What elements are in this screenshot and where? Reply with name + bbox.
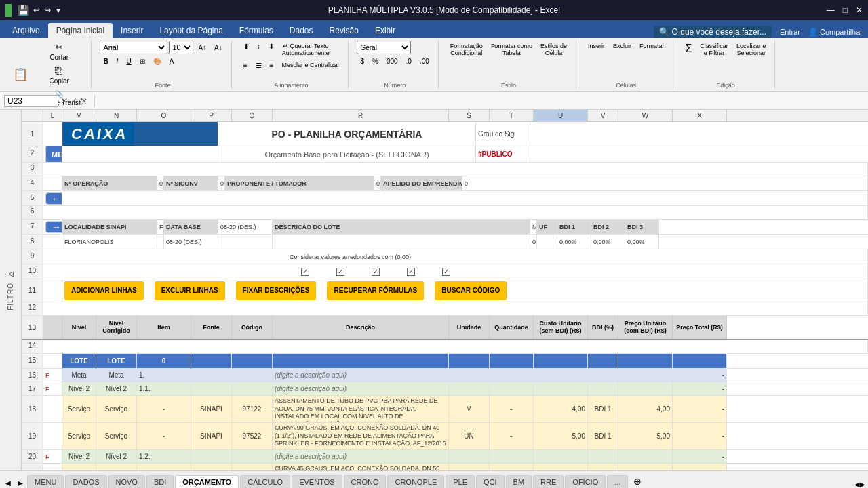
sheet-tab-oficio[interactable]: OFÍCIO [565, 475, 606, 488]
align-center-btn[interactable]: ☰ [252, 60, 265, 71]
quick-access-undo[interactable]: ↩ [33, 5, 40, 15]
name-box[interactable] [4, 95, 58, 107]
row-num-9: 9 [22, 249, 43, 264]
checkbox-5[interactable] [442, 268, 450, 276]
expand-arrow[interactable]: ◁ [8, 270, 14, 277]
minimize-button[interactable]: — [827, 5, 835, 15]
tab-scroll-right[interactable]: ▶ [15, 478, 26, 488]
sheet-tab-novo[interactable]: NOVO [108, 475, 145, 488]
arrow-left-button[interactable]: ← [45, 192, 62, 205]
cell-l4 [43, 176, 62, 190]
border-btn[interactable]: ⊞ [136, 56, 149, 67]
header-preco-total: Preço Total (R$) [673, 316, 727, 339]
bold-btn[interactable]: B [100, 56, 111, 67]
formula-input[interactable] [100, 96, 864, 106]
wrap-text-btn[interactable]: ↵ Quebrar TextoAutomaticamente [279, 41, 333, 58]
tab-arquivo[interactable]: Arquivo [4, 23, 48, 38]
tab-formulas[interactable]: Fórmulas [231, 23, 281, 38]
cell-p18: SINAPI [191, 396, 232, 422]
cell-p16 [191, 369, 232, 382]
checkbox-1[interactable] [301, 268, 309, 276]
copy-button[interactable]: ⿻ Copiar [33, 64, 85, 87]
sheet-tab-ple[interactable]: PLE [446, 475, 475, 488]
ribbon-group-editing: Σ Classificare Filtrar Localizar eSeleci… [676, 41, 775, 89]
tab-layout[interactable]: Layout da Página [151, 23, 231, 38]
sheet-tab-bm[interactable]: BM [506, 475, 532, 488]
thousands-btn[interactable]: 000 [383, 56, 401, 67]
align-left-btn[interactable]: ≡ [240, 60, 251, 71]
sheet-tab-menu[interactable]: MENU [27, 475, 64, 488]
tab-exibir[interactable]: Exibir [367, 23, 403, 38]
underline-btn[interactable]: U [123, 56, 134, 67]
maximize-button[interactable]: □ [843, 5, 848, 15]
number-format-select[interactable]: Geral [357, 41, 411, 54]
sheet-tab-qci[interactable]: QCI [476, 475, 505, 488]
search-box[interactable]: 🔍 O que você deseja fazer... [654, 26, 772, 38]
entrar-btn[interactable]: Entrar [780, 28, 800, 36]
find-select-btn[interactable]: Localizar eSelecionar [733, 41, 770, 58]
currency-btn[interactable]: $ [357, 56, 368, 67]
paste-button[interactable]: 📋 [9, 66, 31, 83]
inc-decimal-btn[interactable]: .0 [403, 56, 415, 67]
tab-dados[interactable]: Dados [281, 23, 321, 38]
tab-scroll-left[interactable]: ◀ [3, 478, 14, 488]
font-family-select[interactable]: Arial [100, 41, 167, 54]
sheet-tab-orcamento[interactable]: ORÇAMENTO [175, 475, 239, 488]
quick-access-redo[interactable]: ↪ [44, 5, 51, 15]
sheet-tab-dados[interactable]: DADOS [65, 475, 106, 488]
col-u[interactable]: U [534, 110, 588, 121]
cell-v19: BDI 1 [588, 423, 618, 449]
bdi2-val: 0,00% [591, 235, 625, 249]
sort-filter-btn[interactable]: Classificare Filtrar [696, 41, 732, 58]
format-cells-btn[interactable]: Formatar [636, 41, 668, 52]
sheet-tab-eventos[interactable]: EVENTOS [292, 475, 342, 488]
sheet-tab-more[interactable]: ... [607, 475, 628, 488]
format-table-btn[interactable]: Formatar comoTabela [488, 41, 536, 58]
tab-inserir[interactable]: Inserir [113, 23, 151, 38]
buscar-btn[interactable]: BUSCAR CÓDIGO [435, 281, 507, 300]
tab-add-button[interactable]: ⊕ [629, 474, 646, 488]
sheet-tab-crono[interactable]: CRONO [344, 475, 387, 488]
fontcolor-btn[interactable]: A [166, 56, 178, 67]
close-button[interactable]: ✕ [856, 5, 863, 15]
checkbox-2[interactable] [336, 268, 344, 276]
adicionar-btn[interactable]: ADICIONAR LINHAS [64, 281, 144, 300]
insert-cells-btn[interactable]: Inserir [585, 41, 608, 52]
tab-pagina-inicial[interactable]: Página Inicial [48, 23, 113, 38]
decrease-font-btn[interactable]: A↓ [211, 42, 226, 54]
italic-btn[interactable]: I [113, 56, 122, 67]
conditional-format-btn[interactable]: FormataçãoCondicional [447, 41, 486, 58]
recuperar-btn[interactable]: RECUPERAR FÓRMULAS [327, 281, 424, 300]
tab-revisao[interactable]: Revisão [321, 23, 367, 38]
checkbox-3[interactable] [372, 268, 380, 276]
align-middle-btn[interactable]: ↕ [254, 41, 264, 58]
sheet-tab-rre[interactable]: RRE [533, 475, 564, 488]
align-right-btn[interactable]: ≡ [267, 60, 277, 71]
delete-cells-btn[interactable]: Excluir [610, 41, 635, 52]
excluir-btn[interactable]: EXCLUIR LINHAS [155, 281, 225, 300]
compartilhar-btn[interactable]: 👤 Compartilhar [808, 28, 863, 37]
quick-access-more[interactable]: ▼ [55, 7, 62, 14]
font-size-select[interactable]: 10 [169, 41, 193, 54]
merge-btn[interactable]: Mesclar e Centralizar [278, 60, 342, 71]
increase-font-btn[interactable]: A↑ [195, 42, 210, 54]
tab-scrollbar[interactable]: ◀▶ [854, 481, 865, 488]
percent-btn[interactable]: % [369, 56, 382, 67]
sheet-tab-bdi[interactable]: BDI [146, 475, 174, 488]
align-bottom-btn[interactable]: ⬇ [265, 41, 277, 58]
row-19: 19 Serviço Serviço - SINAPI 97522 CURVA … [22, 423, 868, 450]
cell-u15 [534, 354, 588, 368]
align-top-btn[interactable]: ⬆ [240, 41, 252, 58]
fixar-btn[interactable]: FIXAR DESCRIÇÕES [236, 281, 317, 300]
sheet-tab-cronople[interactable]: CRONOPLE [387, 475, 444, 488]
checkbox-4[interactable] [407, 268, 415, 276]
arrow-right-button[interactable]: → [45, 221, 62, 233]
cell-styles-btn[interactable]: Estilos deCélula [537, 41, 570, 58]
sheet-tab-calculo[interactable]: CÁLCULO [240, 475, 290, 488]
cut-button[interactable]: ✂ Cortar [33, 41, 85, 63]
fill-btn[interactable]: 🎨 [150, 56, 165, 67]
menu-button[interactable]: MENU [45, 146, 62, 162]
autosum-btn[interactable]: Σ [682, 41, 695, 58]
quick-access-save[interactable]: 💾 [18, 5, 29, 16]
dec-decimal-btn[interactable]: .00 [416, 56, 433, 67]
